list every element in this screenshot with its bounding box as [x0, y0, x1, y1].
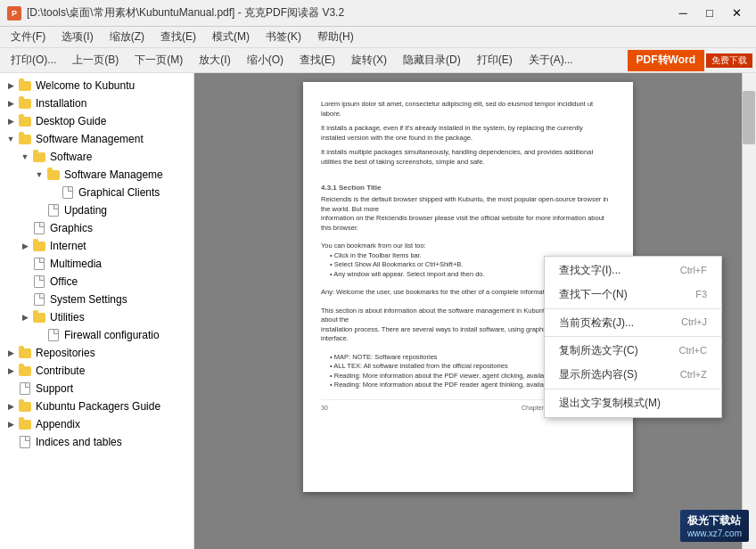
toolbar-prev-page[interactable]: 上一页(B) [65, 50, 126, 71]
sidebar-item-software-mgmt[interactable]: ▼ Software Management [0, 130, 193, 148]
sidebar[interactable]: ▶ Welcome to Kubuntu ▶ Installation ▶ De… [0, 73, 194, 549]
toggle-software-mgmt[interactable]: ▼ [4, 132, 18, 146]
folder-icon-software [32, 150, 46, 164]
menu-file[interactable]: 文件(F) [4, 28, 53, 47]
sidebar-item-appendix[interactable]: ▶ Appendix [0, 415, 193, 433]
toggle-desktop[interactable]: ▶ [4, 114, 18, 128]
sidebar-item-graphics[interactable]: ▶ Graphics [0, 219, 193, 237]
maximize-button[interactable]: □ [697, 4, 722, 23]
toggle-internet[interactable]: ▶ [18, 239, 32, 253]
toggle-contribute[interactable]: ▶ [4, 364, 18, 378]
toggle-software-manageme[interactable]: ▼ [32, 168, 46, 182]
sidebar-label-contribute: Contribute [36, 365, 85, 377]
toolbar-about[interactable]: 关于(A)... [522, 50, 580, 71]
title-bar: P [D:\tools\桌面\常用素材\KubuntuManual.pdf] -… [0, 0, 756, 27]
doc-icon-system-settings [32, 292, 46, 307]
ctx-show-selected[interactable]: 显示所选内容(S) Ctrl+Z [545, 363, 721, 387]
pdf-text-2: It installs a package, even if it's alre… [321, 124, 615, 143]
sidebar-label-desktop: Desktop Guide [36, 115, 106, 127]
ctx-exit-copy-mode[interactable]: 退出文字复制模式(M) [545, 391, 721, 415]
title-controls[interactable]: ─ □ ✕ [670, 4, 749, 23]
sidebar-item-internet[interactable]: ▶ Internet [0, 237, 193, 255]
toolbar-next-page[interactable]: 下一页(M) [127, 50, 190, 71]
toggle-kubuntu-packagers[interactable]: ▶ [4, 399, 18, 414]
sidebar-item-installation[interactable]: ▶ Installation [0, 94, 193, 112]
sidebar-item-updating[interactable]: ▶ Updating [0, 201, 193, 219]
sidebar-item-graphical-clients[interactable]: ▶ Graphical Clients [0, 184, 193, 201]
doc-icon-graphics [32, 221, 46, 235]
doc-icon-updating [46, 203, 61, 217]
ctx-find-text-shortcut: Ctrl+F [680, 264, 707, 277]
toggle-utilities[interactable]: ▶ [18, 310, 32, 324]
context-menu: 查找文字(I)... Ctrl+F 查找下一个(N) F3 当前页检索(J)..… [544, 256, 722, 418]
sidebar-label-office: Office [50, 275, 78, 288]
ctx-show-selected-shortcut: Ctrl+Z [680, 368, 707, 381]
doc-icon-office [32, 274, 46, 289]
sidebar-item-firewall[interactable]: ▶ Firewall configuratio [0, 326, 193, 344]
toggle-appendix[interactable]: ▶ [4, 417, 18, 431]
toolbar-zoom-out[interactable]: 缩小(O) [240, 50, 291, 71]
watermark-brand: 极光下载站 [687, 513, 742, 529]
menu-options[interactable]: 选项(I) [54, 28, 100, 47]
sidebar-item-contribute[interactable]: ▶ Contribute [0, 362, 193, 380]
app-icon: P [7, 6, 21, 20]
sidebar-item-system-settings[interactable]: ▶ System Settings [0, 291, 193, 308]
sidebar-item-welcome[interactable]: ▶ Welcome to Kubuntu [0, 77, 193, 94]
sidebar-label-updating: Updating [64, 204, 107, 217]
ctx-find-text-label: 查找文字(I)... [559, 263, 620, 278]
toggle-software[interactable]: ▼ [18, 150, 32, 164]
toggle-welcome[interactable]: ▶ [4, 78, 18, 93]
sidebar-item-support[interactable]: ▶ Support [0, 380, 193, 397]
ctx-page-search[interactable]: 当前页检索(J)... Ctrl+J [545, 311, 721, 335]
ctx-find-text[interactable]: 查找文字(I)... Ctrl+F [545, 258, 721, 283]
menu-help[interactable]: 帮助(H) [310, 28, 361, 47]
minimize-button[interactable]: ─ [670, 4, 695, 23]
menu-bookmarks[interactable]: 书签(K) [259, 28, 308, 47]
pdf-to-word-button[interactable]: PDF转Word [628, 50, 704, 71]
sidebar-item-multimedia[interactable]: ▶ Multimedia [0, 255, 193, 273]
toolbar: 打印(O)... 上一页(B) 下一页(M) 放大(I) 缩小(O) 查找(E)… [0, 48, 756, 73]
toolbar-search[interactable]: 查找(E) [292, 50, 342, 71]
free-download-label: 免费下载 [706, 53, 752, 68]
sidebar-label-graphical-clients: Graphical Clients [78, 186, 160, 199]
ctx-copy-text[interactable]: 复制所选文字(C) Ctrl+C [545, 339, 721, 363]
menu-find[interactable]: 查找(E) [153, 28, 203, 47]
sidebar-item-utilities[interactable]: ▶ Utilities [0, 308, 193, 326]
toolbar-rotate[interactable]: 旋转(X) [344, 50, 394, 71]
folder-icon-software-mgmt [18, 132, 32, 146]
content-scrollbar[interactable] [742, 73, 756, 549]
sidebar-item-repositories[interactable]: ▶ Repositories [0, 344, 193, 362]
title-bar-left: P [D:\tools\桌面\常用素材\KubuntuManual.pdf] -… [7, 5, 344, 20]
toolbar-zoom-in[interactable]: 放大(I) [192, 50, 237, 71]
toolbar-print[interactable]: 打印(O)... [4, 50, 63, 71]
pdf-page-number: 30 [321, 404, 328, 413]
watermark-site: www.xz7.com [687, 529, 742, 538]
sidebar-label-kubuntu-packagers: Kubuntu Packagers Guide [36, 400, 160, 413]
menu-mode[interactable]: 模式(M) [205, 28, 257, 47]
menu-zoom[interactable]: 缩放(Z) [103, 28, 152, 47]
sidebar-item-kubuntu-packagers[interactable]: ▶ Kubuntu Packagers Guide [0, 397, 193, 415]
pdf-page: Lorem ipsum dolor sit amet, consectetur … [303, 82, 633, 492]
sidebar-label-multimedia: Multimedia [50, 258, 102, 270]
sidebar-item-indices[interactable]: ▶ Indices and tables [0, 433, 193, 451]
content-area: Lorem ipsum dolor sit amet, consectetur … [194, 73, 756, 549]
sidebar-label-firewall: Firewall configuratio [64, 329, 160, 341]
folder-icon-contribute [18, 364, 32, 378]
toggle-repositories[interactable]: ▶ [4, 346, 18, 360]
sidebar-item-software[interactable]: ▼ Software [0, 148, 193, 166]
toolbar-print2[interactable]: 打印(E) [470, 50, 520, 71]
sidebar-item-desktop[interactable]: ▶ Desktop Guide [0, 112, 193, 130]
doc-icon-graphical [61, 185, 75, 200]
close-button[interactable]: ✕ [724, 4, 749, 23]
sidebar-item-office[interactable]: ▶ Office [0, 273, 193, 291]
folder-icon-utilities [32, 310, 46, 324]
toggle-installation[interactable]: ▶ [4, 96, 18, 111]
main-layout: ▶ Welcome to Kubuntu ▶ Installation ▶ De… [0, 73, 756, 549]
pdf-text-1: Lorem ipsum dolor sit amet, consectetur … [321, 100, 615, 119]
toolbar-hide-toc[interactable]: 隐藏目录(D) [396, 50, 468, 71]
sidebar-label-installation: Installation [36, 97, 86, 110]
sidebar-item-software-manageme[interactable]: ▼ Software Manageme [0, 166, 193, 184]
folder-icon-welcome [18, 78, 32, 93]
ctx-find-next[interactable]: 查找下一个(N) F3 [545, 283, 721, 307]
scroll-thumb[interactable] [743, 91, 755, 144]
